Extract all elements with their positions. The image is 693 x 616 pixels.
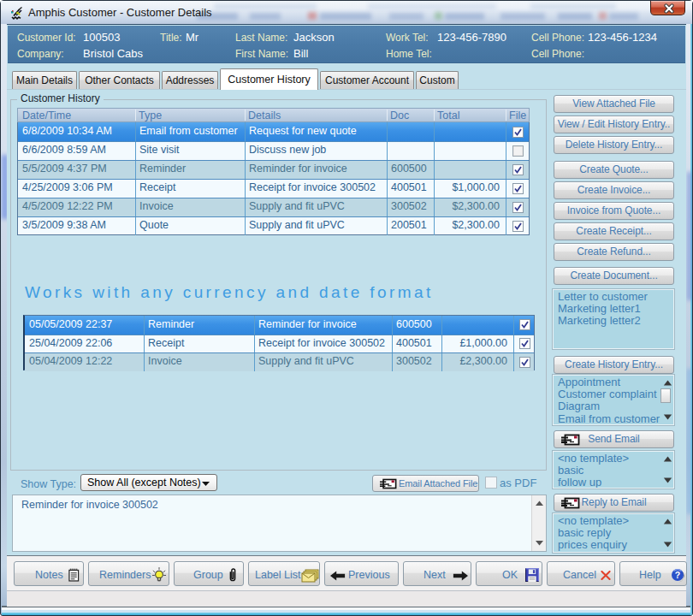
svg-text:?: ? <box>675 570 680 580</box>
